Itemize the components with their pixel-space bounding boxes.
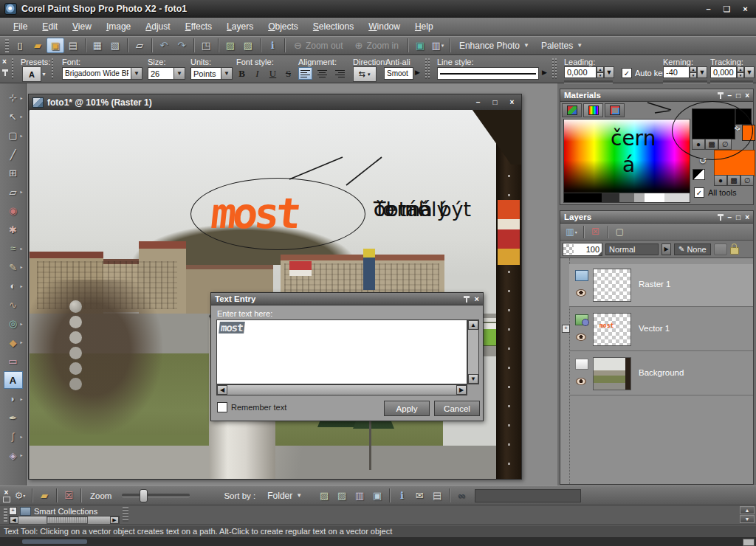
blend-mode-dropdown-icon[interactable]: ▶ [662,243,671,255]
expand-layer-icon[interactable]: + [562,325,570,333]
toolbar-button-save-as[interactable]: ▧ [106,38,124,53]
align-left-button[interactable] [298,67,312,80]
direction-select[interactable]: ⇆▼ [353,66,377,82]
resize-grip[interactable] [743,539,755,546]
tool-pick[interactable]: ↖▸ [4,108,23,125]
layers-titlebar[interactable]: Layers – □ × [560,211,753,224]
visibility-eye-icon[interactable] [576,334,586,341]
layers-tool-edit-selection[interactable]: ▢ [612,225,628,239]
minimize-icon[interactable]: – [728,91,732,100]
zoom-slider-thumb[interactable] [140,489,148,502]
close-icon[interactable]: × [745,91,749,100]
text-entry-close-icon[interactable]: × [475,294,479,303]
tree-horizontal-scrollbar[interactable]: ◀ ▶ [9,516,120,525]
tracking-slider-icon[interactable]: ▼ [744,66,755,78]
pin-icon[interactable] [718,92,724,99]
black-white-reset-icon[interactable] [693,169,705,180]
tool-dropper[interactable]: ╱ [4,145,23,163]
grayscale-strip[interactable] [563,193,690,203]
organizer-button-folder[interactable]: ▰ [35,488,53,503]
kerning-slider-icon[interactable]: ▼ [697,66,707,78]
scroll-right-icon[interactable]: ▶ [456,385,467,395]
organizer-button-add-photos[interactable]: ▨ [315,488,333,503]
fg-style-color[interactable]: ● [692,139,705,150]
size-select[interactable]: 26 [148,67,174,80]
tab-swatches[interactable] [605,103,625,117]
fg-style-gradient[interactable]: ▩ [705,139,718,150]
line-style-select[interactable] [437,67,539,80]
menu-item[interactable]: Objects [261,18,306,35]
image-window-titlebar[interactable]: foto1* @ 101% (Raster 1) – □ × [29,94,521,111]
copy-special-button[interactable]: ▥▾ [429,38,447,53]
remember-text-checkbox[interactable]: ✓ Remember text [217,402,286,412]
menu-item[interactable]: View [65,18,99,35]
tool-pan[interactable]: ⊹▸ [4,89,23,107]
pin-icon[interactable] [464,296,470,303]
menu-item[interactable]: Adjust [138,18,177,35]
tool-eraser[interactable]: ▭ [4,353,23,370]
splitter-handle[interactable] [123,507,128,522]
visibility-eye-icon[interactable] [576,289,586,297]
leading-input[interactable]: 0,000 [564,66,597,78]
sort-by-select[interactable]: Folder▼ [261,489,308,502]
align-right-button[interactable] [332,67,346,80]
tool-picture-tube[interactable]: ◎▸ [4,315,23,333]
toolbar-button-scan[interactable]: ▤ [64,38,82,53]
organizer-button-share[interactable]: ▣ [368,488,386,503]
close-button[interactable]: × [739,4,752,15]
options-close-icon[interactable]: × [2,58,7,66]
tool-clone[interactable]: ≈▸ [4,240,23,258]
align-center-button[interactable] [315,67,329,80]
leading-slider-icon[interactable]: ▼ [604,66,614,78]
pin-icon[interactable] [718,214,724,221]
menu-item[interactable]: Selections [306,18,361,35]
background-material-swatch[interactable] [714,150,755,176]
foreground-material-swatch[interactable] [692,108,735,139]
tool-selection[interactable]: ▢▸ [4,127,23,145]
tracking-input[interactable]: 0,000 [710,66,737,78]
scroll-up-icon[interactable]: ▲ [740,506,755,514]
close-icon[interactable]: × [745,213,749,221]
vertical-scrollbar[interactable]: ▲ ▼ [467,319,479,384]
menu-item[interactable]: Layers [219,18,261,35]
scroll-left-icon[interactable]: ◀ [10,516,18,524]
image-maximize-button[interactable]: □ [489,97,501,107]
maximize-icon[interactable]: □ [736,91,740,100]
tool-pen[interactable]: ✒ [4,409,23,426]
scroll-right-icon[interactable]: ▶ [110,516,119,524]
font-dropdown-icon[interactable]: ▼ [131,67,142,80]
bold-button[interactable]: B [235,66,249,80]
presets-button[interactable]: A [22,66,41,82]
tool-crop[interactable]: ⊞ [4,165,23,182]
capture-button[interactable]: ▣ [411,38,429,53]
scroll-down-icon[interactable]: ▼ [740,515,755,523]
italic-button[interactable]: I [250,66,264,80]
menu-item[interactable]: Edit [35,18,65,35]
zoom-slider[interactable] [122,494,190,497]
maximize-icon[interactable]: □ [736,213,740,221]
menu-item[interactable]: Window [361,18,408,35]
tool-text[interactable]: A [4,371,23,389]
tool-flood-fill[interactable]: ◆▸ [4,334,23,351]
tool-straighten[interactable]: ▱▸ [4,183,23,201]
text-entry-textarea[interactable]: most [216,319,467,384]
scroll-up-icon[interactable]: ▲ [468,320,478,330]
line-style-flyout-icon[interactable]: ▶ [542,69,547,76]
toolbar-button-paste[interactable]: ▱ [131,38,148,53]
organizer-button-email[interactable]: ✉ [410,488,428,503]
lock-icon[interactable] [730,247,739,255]
underline-button[interactable]: U [266,66,280,80]
layer-thumbnail[interactable]: most [593,313,631,346]
bg-style-color[interactable]: ● [714,175,727,186]
image-minimize-button[interactable]: – [472,97,484,107]
smart-collections-item[interactable]: + Smart Collections [9,506,97,516]
tool-red-eye[interactable]: ◉ [4,202,23,220]
organizer-button-find[interactable]: ∞ [453,488,470,503]
layer-row-raster1[interactable]: Raster 1 [569,264,753,307]
organizer-button-print[interactable]: ▤ [428,488,446,503]
menu-item[interactable]: Image [99,18,138,35]
expand-icon[interactable]: + [9,507,17,515]
layer-thumbnail[interactable] [593,269,631,302]
toolbar-button-new[interactable]: ▯ [11,38,29,53]
layer-row-vector1[interactable]: most Vector 1 [569,308,753,351]
